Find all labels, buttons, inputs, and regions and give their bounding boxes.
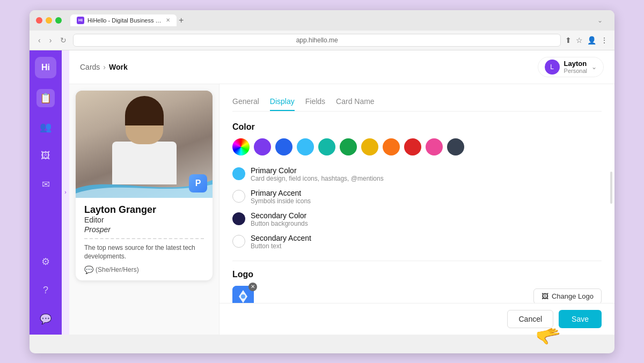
tab-title: HiHello - Digital Business Card bbox=[87, 17, 163, 24]
share-icon[interactable]: ⬆ bbox=[565, 36, 572, 45]
logo-row: ✕ 🖼 Change Logo bbox=[232, 286, 602, 303]
card-company: Prosper bbox=[84, 225, 204, 234]
logo-remove-button[interactable]: ✕ bbox=[248, 283, 257, 291]
secondary-color-indicator[interactable] bbox=[232, 212, 245, 225]
logo-preview: ✕ bbox=[232, 286, 254, 303]
back-button[interactable]: ‹ bbox=[36, 35, 43, 46]
user-avatar: L bbox=[545, 60, 560, 75]
collapse-panel-button[interactable]: › bbox=[62, 50, 69, 335]
secondary-accent-desc: Button text bbox=[251, 242, 311, 250]
bookmark-icon[interactable]: ☆ bbox=[576, 36, 583, 45]
card-photo: P bbox=[76, 91, 213, 198]
logo-section: Logo bbox=[232, 270, 602, 303]
user-menu[interactable]: L Layton Personal ⌄ bbox=[538, 57, 604, 77]
sidebar-item-chat[interactable]: 💬 bbox=[36, 310, 55, 328]
breadcrumb-cards[interactable]: Cards bbox=[80, 63, 100, 71]
user-menu-chevron-icon: ⌄ bbox=[591, 63, 597, 71]
sidebar-item-help[interactable]: ? bbox=[40, 281, 52, 299]
primary-color-desc: Card design, field icons, hashtags, @men… bbox=[251, 175, 384, 182]
tab-display[interactable]: Display bbox=[270, 93, 295, 111]
traffic-light-maximize[interactable] bbox=[55, 17, 62, 24]
primary-accent-indicator[interactable] bbox=[232, 190, 245, 203]
svg-point-1 bbox=[241, 294, 245, 299]
traffic-light-minimize[interactable] bbox=[46, 17, 52, 24]
swatch-yellow[interactable] bbox=[361, 138, 378, 155]
swatch-orange[interactable] bbox=[383, 138, 400, 155]
color-option-secondary: Secondary Color Button backgrounds bbox=[232, 211, 602, 227]
tab-fields[interactable]: Fields bbox=[305, 93, 325, 111]
breadcrumb-separator: › bbox=[103, 63, 106, 71]
secondary-accent-indicator[interactable] bbox=[232, 235, 245, 248]
tab-card-name[interactable]: Card Name bbox=[336, 93, 375, 111]
window-controls: ⌄ bbox=[597, 17, 608, 24]
swatch-purple[interactable] bbox=[254, 138, 271, 155]
color-option-secondary-accent: Secondary Accent Button text bbox=[232, 234, 602, 250]
primary-color-indicator[interactable] bbox=[232, 167, 245, 180]
sidebar-item-mail[interactable]: ✉ bbox=[39, 175, 53, 194]
primary-color-name: Primary Color bbox=[251, 166, 384, 175]
user-info: Layton Personal bbox=[564, 60, 587, 74]
logo-section-title: Logo bbox=[232, 270, 602, 279]
sidebar-item-cards[interactable]: 📋 bbox=[36, 89, 55, 107]
tab-favicon: Hi bbox=[77, 17, 84, 24]
breadcrumb: Cards › Work bbox=[80, 63, 128, 71]
swatch-red[interactable] bbox=[404, 138, 421, 155]
browser-tab[interactable]: Hi HiHello - Digital Business Card ✕ bbox=[70, 14, 177, 26]
swatch-green[interactable] bbox=[340, 138, 357, 155]
card-bio: The top news source for the latest tech … bbox=[84, 243, 204, 262]
scroll-indicator[interactable] bbox=[610, 172, 612, 204]
page-header: Cards › Work L Layton Personal ⌄ bbox=[69, 50, 614, 84]
change-logo-button[interactable]: 🖼 Change Logo bbox=[533, 288, 602, 303]
sidebar-item-gallery[interactable]: 🖼 bbox=[38, 147, 54, 165]
color-swatches bbox=[232, 138, 602, 155]
image-icon: 🖼 bbox=[541, 292, 548, 300]
nav-actions: ⬆ ☆ 👤 ⋮ bbox=[565, 36, 608, 45]
menu-icon[interactable]: ⋮ bbox=[601, 36, 608, 45]
user-name: Layton bbox=[564, 60, 587, 68]
address-bar[interactable]: app.hihello.me bbox=[73, 34, 561, 47]
primary-accent-name: Primary Accent bbox=[251, 189, 311, 197]
extensions-icon[interactable]: 👤 bbox=[587, 36, 596, 45]
secondary-color-name: Secondary Color bbox=[251, 211, 308, 220]
sidebar-item-settings[interactable]: ⚙ bbox=[38, 253, 53, 271]
forward-button[interactable]: › bbox=[47, 35, 54, 46]
settings-tabs: General Display Fields Card Name bbox=[232, 93, 602, 112]
traffic-light-close[interactable] bbox=[36, 17, 42, 24]
swatch-dark[interactable] bbox=[447, 138, 464, 155]
swatch-pink[interactable] bbox=[426, 138, 443, 155]
card-person-name: Layton Granger bbox=[84, 204, 204, 216]
color-option-primary-accent: Primary Accent Symbols inside icons bbox=[232, 189, 602, 205]
sidebar-item-contacts[interactable]: 👥 bbox=[36, 118, 55, 136]
card-pronouns: 💬 (She/Her/Hers) bbox=[84, 265, 204, 274]
color-option-primary: Primary Color Card design, field icons, … bbox=[232, 166, 602, 182]
cursor-hand-icon: 🫳 bbox=[534, 322, 563, 350]
tab-close-button[interactable]: ✕ bbox=[166, 17, 170, 23]
secondary-color-desc: Button backgrounds bbox=[251, 220, 308, 227]
swatch-blue-light[interactable] bbox=[297, 138, 314, 155]
swatch-blue-dark[interactable] bbox=[275, 138, 292, 155]
swatch-teal[interactable] bbox=[318, 138, 335, 155]
card-person-title: Editor bbox=[84, 216, 204, 224]
refresh-button[interactable]: ↻ bbox=[58, 35, 69, 46]
settings-panel: General Display Fields Card Name Color bbox=[219, 84, 614, 303]
card-preview: P Layton Granger Editor Prosper bbox=[69, 84, 219, 335]
breadcrumb-current: Work bbox=[109, 63, 128, 71]
color-options: Primary Color Card design, field icons, … bbox=[232, 166, 602, 250]
secondary-accent-name: Secondary Accent bbox=[251, 234, 311, 242]
app-logo: Hi bbox=[35, 57, 56, 78]
tab-general[interactable]: General bbox=[232, 93, 259, 111]
collapse-arrow-icon: › bbox=[64, 189, 66, 195]
primary-accent-desc: Symbols inside icons bbox=[251, 197, 311, 205]
new-tab-button[interactable]: + bbox=[179, 16, 184, 25]
sidebar: Hi 📋 👥 🖼 ✉ ⚙ ? 💬 bbox=[30, 50, 62, 335]
user-role: Personal bbox=[564, 68, 587, 74]
color-section-title: Color bbox=[232, 122, 602, 132]
swatch-rainbow[interactable] bbox=[232, 138, 250, 155]
save-button[interactable]: Save bbox=[559, 310, 602, 328]
